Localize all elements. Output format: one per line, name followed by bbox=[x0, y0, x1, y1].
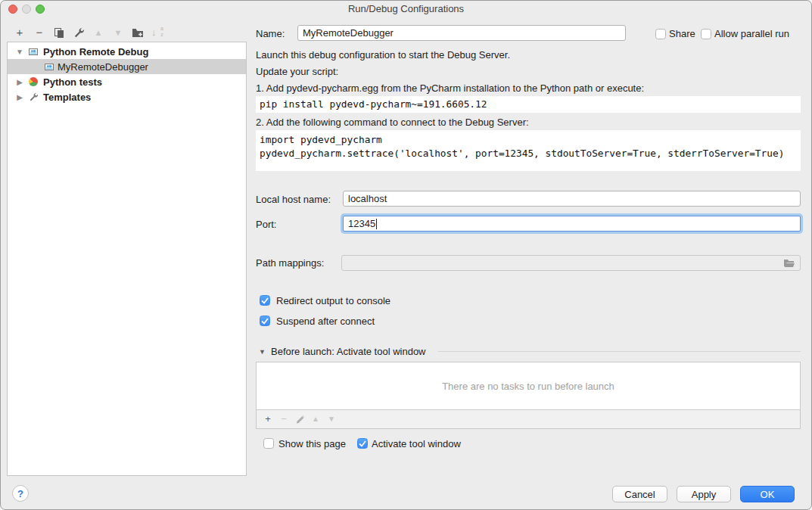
titlebar: Run/Debug Configurations bbox=[1, 1, 811, 17]
configurations-toolbar: + − ▲ ▼ ↓ az bbox=[14, 25, 163, 40]
remove-configuration-button[interactable]: − bbox=[33, 26, 45, 39]
local-host-name-label: Local host name: bbox=[256, 194, 331, 205]
port-input[interactable]: 12345 bbox=[343, 216, 801, 232]
python-tests-icon bbox=[28, 76, 39, 87]
expand-triangle-icon[interactable]: ▶ bbox=[16, 93, 23, 101]
add-configuration-button[interactable]: + bbox=[14, 26, 26, 39]
edit-templates-wrench-icon[interactable] bbox=[73, 26, 85, 39]
section-divider bbox=[438, 351, 801, 352]
move-up-button[interactable]: ▲ bbox=[92, 26, 104, 39]
move-task-up-button[interactable]: ▲ bbox=[310, 414, 321, 424]
settrace-code: import pydevd_pycharm pydevd_pycharm.set… bbox=[256, 130, 801, 171]
redirect-output-label: Redirect output to console bbox=[276, 295, 390, 306]
tree-item-label: Python Remote Debug bbox=[43, 46, 148, 58]
collapse-section-icon[interactable]: ▼ bbox=[259, 348, 266, 356]
show-this-page-checkbox[interactable] bbox=[263, 438, 274, 449]
name-input[interactable]: MyRemoteDebugger bbox=[297, 25, 626, 41]
suspend-after-connect-checkbox[interactable] bbox=[260, 316, 270, 326]
window-title: Run/Debug Configurations bbox=[1, 3, 811, 14]
collapse-triangle-icon[interactable]: ▼ bbox=[16, 48, 23, 56]
show-this-page-label: Show this page bbox=[278, 438, 346, 449]
edit-task-pencil-icon[interactable] bbox=[294, 414, 305, 424]
share-label: Share bbox=[669, 28, 695, 39]
move-task-down-button[interactable]: ▼ bbox=[326, 414, 337, 424]
apply-button[interactable]: Apply bbox=[677, 486, 731, 502]
templates-wrench-icon bbox=[28, 92, 39, 102]
before-launch-title: Before launch: Activate tool window bbox=[271, 346, 426, 357]
configurations-tree: ▼ Python Remote Debug MyRemoteDebugger ▶… bbox=[7, 42, 247, 476]
suspend-after-connect-label: Suspend after connect bbox=[276, 316, 375, 327]
text-caret bbox=[376, 219, 377, 229]
instruction-step2: 2. Add the following command to connect … bbox=[256, 117, 529, 128]
help-button[interactable]: ? bbox=[12, 485, 29, 502]
check-icon bbox=[261, 297, 269, 304]
pip-command-code: pip install pydevd-pycharm~=191.6605.12 bbox=[256, 96, 801, 113]
instruction-step1: 1. Add pydevd-pycharm.egg from the PyCha… bbox=[256, 82, 644, 94]
new-folder-icon[interactable] bbox=[132, 26, 144, 39]
tree-item-myremotedebugger[interactable]: MyRemoteDebugger bbox=[8, 59, 246, 74]
name-label: Name: bbox=[256, 28, 285, 39]
tree-item-python-tests[interactable]: ▶ Python tests bbox=[8, 74, 246, 89]
ok-button[interactable]: OK bbox=[740, 486, 795, 502]
add-task-button[interactable]: + bbox=[263, 414, 273, 424]
before-launch-toolbar: + − ▲ ▼ bbox=[256, 410, 801, 429]
allow-parallel-run-checkbox[interactable] bbox=[701, 29, 711, 39]
tree-item-python-remote-debug[interactable]: ▼ Python Remote Debug bbox=[8, 44, 246, 59]
remote-debug-icon bbox=[28, 46, 39, 57]
tree-item-label: Python tests bbox=[43, 76, 102, 88]
check-icon bbox=[261, 318, 269, 325]
cancel-button[interactable]: Cancel bbox=[612, 486, 667, 502]
redirect-output-checkbox[interactable] bbox=[260, 295, 270, 306]
remove-task-button[interactable]: − bbox=[278, 414, 289, 424]
copy-configuration-icon[interactable] bbox=[53, 26, 65, 39]
tree-item-label: Templates bbox=[43, 92, 91, 103]
allow-parallel-run-label: Allow parallel run bbox=[714, 28, 789, 39]
check-icon bbox=[359, 440, 366, 447]
port-label: Port: bbox=[256, 219, 276, 230]
tree-item-label: MyRemoteDebugger bbox=[58, 61, 148, 73]
move-down-button[interactable]: ▼ bbox=[112, 26, 124, 39]
remote-debug-icon bbox=[44, 61, 54, 72]
browse-folder-icon[interactable] bbox=[783, 258, 795, 268]
share-checkbox[interactable] bbox=[655, 29, 666, 39]
expand-triangle-icon[interactable]: ▶ bbox=[16, 78, 23, 86]
activate-tool-window-checkbox[interactable] bbox=[357, 438, 368, 449]
instruction-intro: Launch this debug configuration to start… bbox=[256, 49, 510, 61]
tree-item-templates[interactable]: ▶ Templates bbox=[8, 89, 246, 104]
empty-tasks-message: There are no tasks to run before launch bbox=[442, 381, 614, 392]
instruction-update: Update your script: bbox=[256, 66, 338, 77]
path-mappings-label: Path mappings: bbox=[256, 257, 324, 269]
run-debug-configurations-dialog: Run/Debug Configurations + − ▲ ▼ ↓ az ▼ … bbox=[0, 0, 812, 510]
activate-tool-window-label: Activate tool window bbox=[372, 438, 461, 449]
path-mappings-input[interactable] bbox=[341, 255, 801, 271]
before-launch-task-list: There are no tasks to run before launch bbox=[256, 362, 801, 410]
sort-configurations-icon[interactable]: ↓ az bbox=[151, 26, 163, 39]
local-host-name-input[interactable]: localhost bbox=[343, 191, 801, 207]
